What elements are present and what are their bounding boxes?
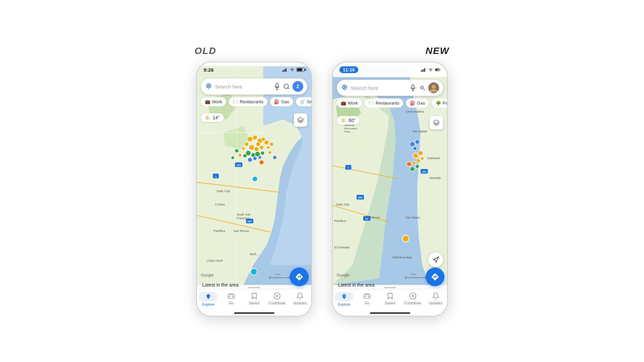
old-status-icons: [282, 68, 305, 72]
new-status-icons: ⚡: [421, 68, 440, 72]
svg-point-43: [248, 158, 252, 162]
svg-point-31: [254, 147, 259, 152]
new-contribute-label: Contribute: [404, 301, 421, 305]
svg-point-45: [235, 149, 239, 153]
old-nav-updates[interactable]: Updates: [288, 292, 311, 305]
gas-icon: ⛽: [274, 99, 279, 104]
svg-text:280: 280: [358, 196, 363, 199]
new-updates-icon-svg: [432, 292, 439, 300]
svg-point-27: [261, 137, 265, 141]
svg-text:El Granada: El Granada: [334, 246, 350, 249]
svg-rect-1: [284, 69, 285, 72]
svg-text:Daly City: Daly City: [217, 189, 230, 193]
old-category-pills: 💼 Work 🍽️ Restaurants ⛽ Gas 🛒 Groceries: [201, 97, 311, 106]
new-pill-restaurants[interactable]: 🍽️ Restaurants: [365, 99, 403, 108]
svg-text:South San: South San: [237, 213, 251, 216]
svg-text:Francisco: Francisco: [237, 217, 250, 220]
directions-icon: [295, 273, 304, 281]
old-search-bar[interactable]: Search here Z: [201, 78, 307, 95]
svg-point-26: [256, 142, 261, 146]
new-updates-icon: [432, 292, 440, 300]
old-nav-explore[interactable]: Explore: [197, 292, 220, 306]
new-go-label: Go: [365, 301, 370, 305]
new-pill-parks[interactable]: 🌳 Parks: [432, 99, 447, 108]
old-contribute-icon: [273, 292, 281, 300]
groceries-label: Groceries: [307, 99, 311, 104]
new-navigate-btn[interactable]: [428, 252, 443, 267]
svg-marker-127: [434, 120, 439, 124]
svg-text:Colma: Colma: [215, 202, 225, 206]
svg-point-112: [410, 167, 415, 171]
svg-text:Alameda: Alameda: [429, 176, 441, 180]
old-lens-icon[interactable]: [283, 83, 290, 90]
old-saved-label: Saved: [249, 301, 259, 305]
old-nav-contribute[interactable]: Contribute: [266, 292, 288, 305]
old-directions-fab[interactable]: [290, 267, 309, 286]
svg-text:101: 101: [236, 164, 241, 167]
old-updates-label: Updates: [293, 301, 307, 305]
battery-icon: [297, 68, 305, 72]
old-time: 9:26: [204, 67, 214, 73]
old-pill-work[interactable]: 💼 Work: [201, 97, 226, 106]
svg-point-115: [402, 235, 409, 242]
new-go-icon-svg: [363, 292, 371, 300]
svg-text:Google: Google: [337, 273, 350, 278]
svg-text:San Bruno: San Bruno: [233, 229, 249, 233]
svg-point-44: [259, 160, 264, 165]
explore-icon: [205, 294, 211, 300]
svg-point-47: [231, 156, 234, 160]
new-nav-go[interactable]: Go: [356, 292, 378, 305]
svg-rect-74: [426, 68, 427, 72]
svg-text:Recreation: Recreation: [344, 127, 357, 130]
svg-point-42: [258, 156, 262, 159]
new-work-icon: 💼: [341, 101, 346, 106]
svg-text:San Mateo: San Mateo: [406, 216, 420, 219]
new-search-bar-overlay[interactable]: Search here: [337, 80, 443, 96]
new-work-label: Work: [348, 101, 358, 106]
svg-rect-3: [287, 68, 288, 72]
new-search-bar[interactable]: Search here: [337, 80, 443, 96]
svg-point-28: [264, 140, 269, 145]
new-gas-label: Gas: [417, 101, 425, 106]
svg-text:Oakland: Oakland: [427, 156, 440, 160]
old-layers-btn[interactable]: [294, 113, 307, 127]
saved-icon-svg: [251, 292, 258, 300]
new-google-maps-logo: [341, 84, 348, 92]
layers-icon: [297, 117, 304, 123]
page-container: OLD NEW 9:26: [0, 0, 644, 362]
new-lens-icon[interactable]: [419, 84, 426, 91]
old-search-bar-overlay[interactable]: Search here Z: [201, 78, 307, 95]
new-nav-updates[interactable]: Updates: [424, 292, 447, 305]
old-go-icon: [227, 292, 235, 300]
new-user-avatar[interactable]: [428, 82, 439, 93]
new-navigate-icon: [432, 256, 439, 263]
old-saved-icon: [250, 292, 258, 300]
new-directions-fab[interactable]: [426, 267, 444, 286]
old-temp: 14°: [213, 115, 220, 120]
new-go-icon: [363, 292, 371, 300]
old-nav-go[interactable]: Go: [220, 292, 243, 305]
gas-label: Gas: [281, 99, 289, 104]
svg-point-104: [410, 141, 415, 147]
old-mic-icon[interactable]: [274, 83, 280, 90]
wifi-icon: [289, 68, 295, 72]
new-nav-explore[interactable]: Explore: [333, 292, 356, 306]
new-nav-saved[interactable]: Saved: [378, 292, 401, 305]
new-explore-icon: [341, 294, 347, 300]
old-latest-area: Latest in the area: [202, 282, 238, 288]
old-pill-restaurants[interactable]: 🍽️ Restaurants: [229, 97, 267, 106]
old-pill-gas[interactable]: ⛽ Gas: [270, 97, 293, 106]
svg-point-131: [368, 296, 369, 297]
old-nav-saved[interactable]: Saved: [243, 292, 265, 305]
svg-point-109: [416, 159, 420, 163]
new-saved-label: Saved: [385, 301, 395, 305]
old-pill-groceries[interactable]: 🛒 Groceries: [296, 97, 311, 106]
new-pill-gas[interactable]: ⛽ Gas: [406, 99, 429, 108]
new-pill-work[interactable]: 💼 Work: [337, 99, 362, 108]
new-nav-contribute[interactable]: Contribute: [401, 292, 424, 305]
new-layers-btn[interactable]: [430, 116, 443, 129]
new-mic-icon[interactable]: [410, 84, 416, 91]
svg-text:101: 101: [422, 170, 427, 173]
svg-text:San Rafael: San Rafael: [412, 130, 427, 133]
old-user-avatar[interactable]: Z: [292, 81, 303, 92]
